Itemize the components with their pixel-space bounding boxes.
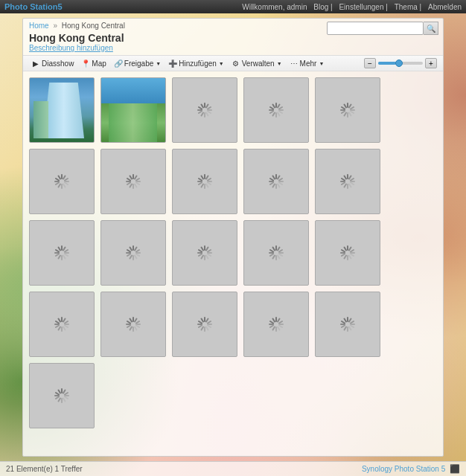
svg-line-29 [349,113,351,116]
top-navigation-bar: Photo Station5 Willkommen, admin Blog | … [0,0,466,13]
svg-line-4 [208,112,211,114]
svg-line-122 [208,250,211,252]
svg-line-88 [351,183,354,185]
theme-link[interactable]: Thema [395,3,418,11]
svg-line-197 [278,327,280,330]
loading-spinner [125,173,141,190]
photo-item[interactable] [100,292,166,357]
footer-brand: Synology Photo Station 5 ⬛ [362,464,460,474]
svg-line-208 [351,326,354,328]
svg-line-46 [56,178,59,181]
svg-line-61 [206,176,208,179]
photo-item[interactable] [315,77,380,143]
add-description-link[interactable]: Beschreibung hinzufügen [23,44,443,55]
photo-item[interactable] [172,292,237,357]
photo-item[interactable] [243,149,309,214]
settings-link[interactable]: Einstellungen [339,3,383,11]
home-breadcrumb-link[interactable]: Home [29,22,49,30]
zoom-slider[interactable] [378,62,423,65]
photo-item[interactable] [29,220,95,286]
svg-line-68 [199,183,202,185]
svg-line-55 [130,184,133,187]
add-button[interactable]: ➕ Hinzufügen ▼ [166,58,226,68]
svg-line-182 [208,321,211,324]
map-button[interactable]: 📍 Map [79,58,108,68]
photo-item[interactable] [29,149,95,214]
photo-item[interactable] [172,77,237,143]
svg-line-38 [65,178,68,181]
slideshow-button[interactable]: ▶ Diasshow [29,58,76,68]
loading-spinner [268,245,284,261]
svg-line-188 [199,326,202,328]
svg-line-31 [345,113,347,116]
svg-line-161 [63,327,66,330]
photo-item[interactable] [29,292,95,357]
rss-icon[interactable]: ⬛ [450,464,460,473]
photo-item[interactable] [100,77,166,143]
photo-item[interactable] [315,292,380,357]
svg-line-73 [278,176,280,179]
svg-line-35 [345,105,347,108]
svg-line-211 [345,327,347,330]
svg-line-170 [136,321,139,324]
svg-line-139 [273,256,275,259]
photo-item[interactable] [100,220,166,286]
svg-line-109 [135,248,137,251]
photo-item[interactable] [172,220,237,286]
item-count: 21 Element(e) 1 Treffer [6,465,83,473]
svg-line-209 [349,327,351,330]
zoom-slider-thumb[interactable] [395,60,403,67]
loading-spinner [268,173,284,190]
toolbar: ▶ Diasshow 📍 Map 🔗 Freigabe ▼ ➕ Hinzufüg… [23,55,443,71]
svg-line-140 [270,254,273,257]
zoom-in-button[interactable]: + [425,58,437,68]
svg-line-50 [136,178,139,181]
nav-sep-1: | [331,3,334,11]
svg-line-22 [270,107,273,109]
logout-link[interactable]: Abmelden [428,3,462,11]
svg-line-178 [127,321,130,324]
synology-link[interactable]: Synology Photo Station 5 [362,465,445,473]
svg-line-164 [56,326,59,328]
logo-version: 5 [58,2,63,11]
svg-line-25 [349,105,351,108]
search-input[interactable] [327,22,424,35]
svg-line-128 [199,254,202,257]
photo-grid [23,71,443,434]
share-button[interactable]: 🔗 Freigabe ▼ [112,58,163,68]
svg-line-94 [342,178,345,181]
search-button[interactable]: 🔍 [424,22,438,35]
zoom-out-button[interactable]: − [364,58,376,68]
blog-link[interactable]: Blog [313,3,328,11]
svg-line-107 [59,248,61,251]
photo-item[interactable] [172,149,237,214]
nav-sep-3: | [420,3,424,11]
photo-item[interactable] [29,363,95,428]
svg-line-205 [349,319,351,322]
photo-item[interactable] [29,77,95,143]
photo-item[interactable] [243,220,309,286]
more-button[interactable]: ⋯ Mehr ▼ [287,58,327,68]
search-bar: 🔍 [327,22,438,35]
svg-line-85 [349,176,351,179]
svg-line-19 [273,113,275,116]
manage-button[interactable]: ⚙ Verwalten ▼ [229,58,284,68]
svg-line-199 [273,327,275,330]
photo-item[interactable] [100,149,166,214]
current-breadcrumb: Hong Kong Central [62,22,125,30]
svg-line-148 [351,254,354,257]
svg-line-202 [270,321,273,324]
photo-item[interactable] [243,292,309,357]
main-panel: Home » Hong Kong Central 🔍 Hong Kong Cen… [22,18,444,457]
svg-line-2 [208,107,211,109]
loading-spinner [125,316,141,332]
photo-item[interactable] [315,220,380,286]
svg-line-151 [345,256,347,259]
photo-item[interactable] [315,149,380,214]
svg-line-67 [202,184,204,187]
svg-line-116 [127,254,130,257]
svg-line-79 [273,184,275,187]
svg-line-1 [206,105,208,108]
photo-item[interactable] [243,77,309,143]
svg-line-59 [130,176,133,179]
